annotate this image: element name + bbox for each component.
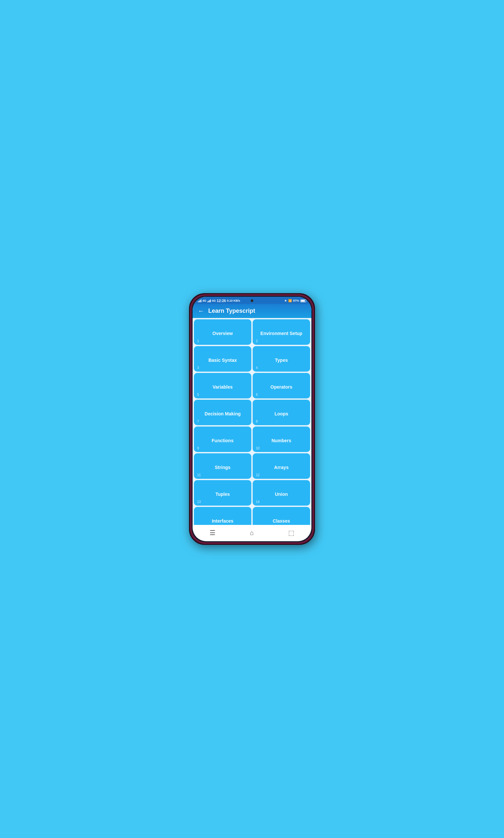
topic-number: 5 [197, 393, 199, 396]
topic-card-15[interactable]: Interfaces15 [194, 507, 251, 525]
topic-card-16[interactable]: Classes16 [253, 507, 310, 525]
topic-number: 7 [197, 420, 199, 423]
topic-name: Basic Syntax [208, 351, 237, 369]
topic-card-1[interactable]: Overview1 [194, 319, 251, 345]
topic-number: 10 [256, 446, 259, 450]
topic-card-3[interactable]: Basic Syntax3 [194, 346, 251, 372]
back-nav-button[interactable]: ⬚ [283, 528, 300, 538]
back-button[interactable]: ← [198, 307, 204, 315]
topics-grid: Overview1Environment Setup2Basic Syntax3… [194, 319, 310, 525]
wifi-icon: 📶 [288, 299, 292, 302]
topic-number: 11 [197, 473, 201, 477]
home-button[interactable]: ⌂ [245, 528, 259, 538]
topic-card-13[interactable]: Tuples13 [194, 480, 251, 506]
battery-icon [300, 300, 306, 302]
signal-bars-2 [207, 299, 211, 302]
topic-number: 8 [256, 420, 258, 423]
topic-name: Numbers [272, 432, 291, 449]
topic-number: 9 [197, 446, 199, 450]
topic-name: Strings [215, 459, 231, 476]
topic-card-10[interactable]: Numbers10 [253, 427, 310, 452]
volume-up-button[interactable] [189, 346, 190, 360]
topic-number: 1 [197, 339, 199, 343]
topic-card-11[interactable]: Strings11 [194, 453, 251, 479]
topic-name: Arrays [274, 459, 289, 476]
topic-card-7[interactable]: Decision Making7 [194, 400, 251, 425]
topic-card-9[interactable]: Functions9 [194, 427, 251, 452]
power-button[interactable] [314, 356, 315, 376]
topic-name: Loops [274, 405, 288, 423]
signal-bars-1 [198, 299, 201, 302]
camera-dot [251, 300, 253, 302]
data-speed: 0.10 KB/s [227, 299, 240, 302]
volume-down-button[interactable] [189, 363, 190, 376]
topic-card-4[interactable]: Types4 [253, 346, 310, 372]
topic-number: 3 [197, 366, 199, 370]
topic-card-6[interactable]: Operators6 [253, 373, 310, 398]
topic-number: 14 [256, 500, 259, 503]
bluetooth-icon: ∗ [284, 299, 287, 302]
phone-frame: 4G 4G 12:26 0.10 KB/s ∗ 📶 87% [189, 293, 315, 545]
topic-card-5[interactable]: Variables5 [194, 373, 251, 398]
content-area[interactable]: Overview1Environment Setup2Basic Syntax3… [193, 318, 311, 525]
topic-name: Classes [273, 512, 290, 525]
topic-card-8[interactable]: Loops8 [253, 400, 310, 425]
topic-card-2[interactable]: Environment Setup2 [253, 319, 310, 345]
menu-button[interactable]: ☰ [204, 528, 221, 538]
status-right: ∗ 📶 87% [284, 299, 306, 302]
signal-bar [208, 301, 209, 302]
network-type-2: 4G [212, 299, 216, 302]
signal-bar [207, 301, 208, 302]
topic-number: 12 [256, 473, 259, 477]
camera-area [251, 300, 253, 302]
topic-name: Interfaces [212, 512, 233, 525]
bottom-nav: ☰ ⌂ ⬚ [193, 525, 311, 541]
topic-number: 13 [197, 500, 201, 503]
topic-name: Variables [213, 378, 233, 396]
signal-bar [201, 300, 201, 302]
topic-number: 2 [256, 339, 258, 343]
topic-card-12[interactable]: Arrays12 [253, 453, 310, 479]
topic-number: 4 [256, 366, 258, 370]
battery-fill [301, 300, 305, 302]
topic-name: Operators [271, 378, 292, 396]
status-left: 4G 4G 12:26 0.10 KB/s [198, 299, 240, 303]
topic-name: Union [275, 485, 288, 503]
app-header: ← Learn Typescript [193, 304, 311, 318]
topic-number: 6 [256, 393, 258, 396]
network-type-1: 4G [202, 299, 206, 302]
app-title: Learn Typescript [208, 308, 255, 314]
battery-percent: 87% [293, 299, 299, 302]
status-bar: 4G 4G 12:26 0.10 KB/s ∗ 📶 87% [193, 297, 311, 304]
signal-bar [210, 300, 211, 302]
screen: 4G 4G 12:26 0.10 KB/s ∗ 📶 87% [193, 297, 311, 541]
topic-card-14[interactable]: Union14 [253, 480, 310, 506]
topic-name: Environment Setup [260, 325, 302, 342]
signal-bar [200, 300, 200, 302]
signal-bar [198, 301, 198, 302]
time-display: 12:26 [217, 299, 226, 303]
signal-bar [199, 301, 199, 302]
topic-name: Functions [212, 432, 234, 449]
topic-name: Tuples [215, 485, 230, 503]
topic-name: Types [275, 351, 288, 369]
topic-name: Decision Making [205, 405, 240, 423]
topic-name: Overview [213, 325, 233, 342]
signal-bar [209, 300, 210, 302]
